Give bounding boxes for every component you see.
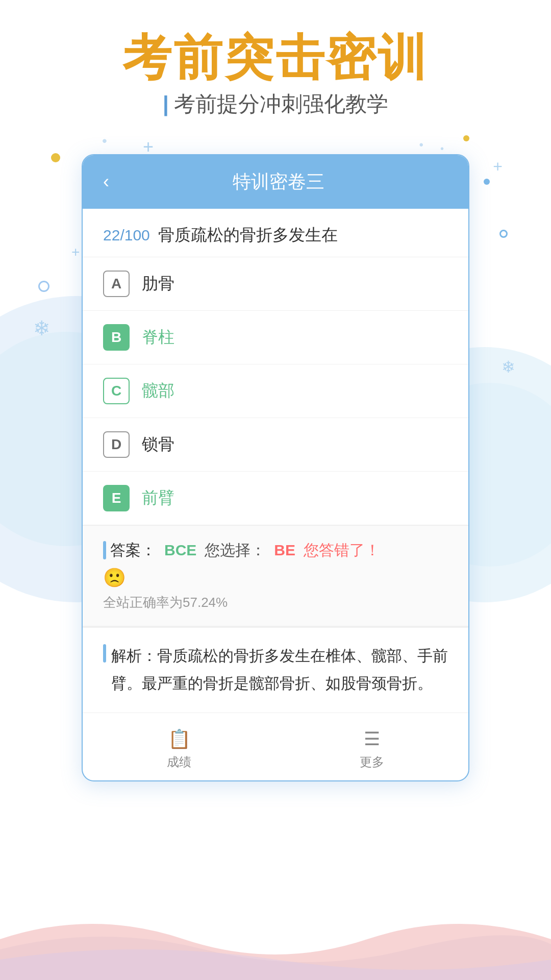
option-a-label: A [103,271,130,297]
more-icon: ☰ [364,728,380,750]
option-d-label: D [103,431,130,458]
option-a[interactable]: A 肋骨 [83,257,468,311]
analysis-title: 解析：骨质疏松的骨折多发生在椎体、髋部、手前臂。最严重的骨折是髋部骨折、如股骨颈… [103,642,448,697]
score-icon: 📋 [168,728,191,750]
quiz-card: ‹ 特训密卷三 22/100 骨质疏松的骨折多发生在 A 肋骨 B 脊柱 [82,154,469,781]
selected-label: 您选择： [205,540,266,561]
card-header: ‹ 特训密卷三 [83,155,468,209]
analysis-area: 解析：骨质疏松的骨折多发生在椎体、髋部、手前臂。最严重的骨折是髋部骨折、如股骨颈… [83,626,468,713]
option-c[interactable]: C 髋部 [83,364,468,418]
option-e-label: E [103,485,130,511]
question-area: 22/100 骨质疏松的骨折多发生在 [83,209,468,257]
option-e-text: 前臂 [142,487,174,509]
analysis-bar [103,644,106,663]
score-label: 成绩 [167,754,191,770]
option-c-label: C [103,378,130,404]
question-text: 骨质疏松的骨折多发生在 [158,224,338,247]
answer-label: 答案： [110,540,156,561]
toolbar-more[interactable]: ☰ 更多 [276,723,468,775]
answer-area: 答案： BCE 您选择： BE 您答错了！ 🙁 全站正确率为57.24% [83,525,468,626]
question-number: 22/100 [103,227,150,244]
header-section: 考前突击密训 考前提分冲刺强化教学 [0,0,551,134]
option-b[interactable]: B 脊柱 [83,311,468,364]
option-b-label: B [103,324,130,351]
more-label: 更多 [360,754,384,770]
option-d[interactable]: D 锁骨 [83,418,468,472]
bottom-toolbar: 📋 成绩 ☰ 更多 [83,713,468,780]
option-a-text: 肋骨 [142,273,174,295]
option-e[interactable]: E 前臂 [83,472,468,525]
card-wrapper: ‹ 特训密卷三 22/100 骨质疏松的骨折多发生在 A 肋骨 B 脊柱 [0,154,551,781]
answer-line: 答案： BCE 您选择： BE 您答错了！ [103,540,448,561]
card-title: 特训密卷三 [109,169,448,194]
option-c-text: 髋部 [142,380,174,402]
main-title: 考前突击密训 [31,31,520,85]
option-d-text: 锁骨 [142,433,174,456]
analysis-text: 解析：骨质疏松的骨折多发生在椎体、髋部、手前臂。最严重的骨折是髋部骨折、如股骨颈… [111,642,448,697]
header-subtitle: 考前提分冲刺强化教学 [31,90,520,118]
sad-emoji: 🙁 [103,567,448,589]
toolbar-score[interactable]: 📋 成绩 [83,723,276,775]
options-area: A 肋骨 B 脊柱 C 髋部 D 锁骨 E 前臂 [83,257,468,525]
selected-value: BE [274,542,295,559]
answer-value: BCE [164,542,196,559]
accuracy-text: 全站正确率为57.24% [103,594,448,611]
back-button[interactable]: ‹ [103,171,109,192]
wrong-message: 您答错了！ [304,540,380,561]
option-b-text: 脊柱 [142,326,174,349]
